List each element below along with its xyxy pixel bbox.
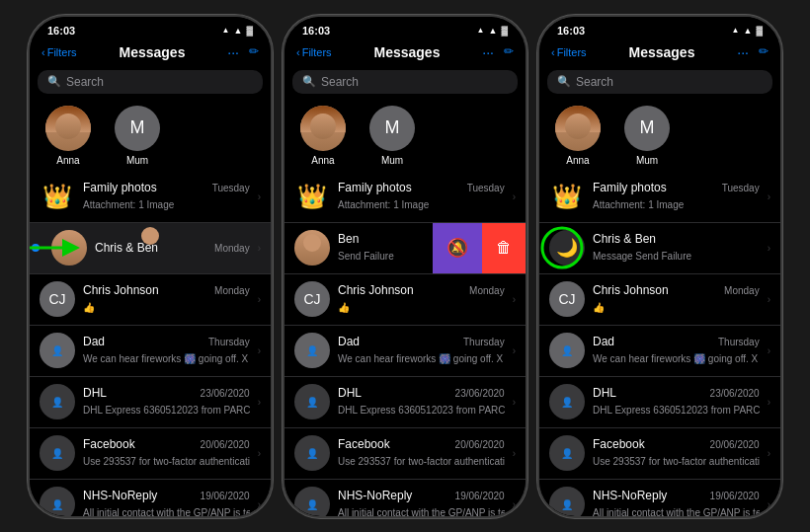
signal-icon-2: ▲	[477, 26, 485, 35]
message-list-2: 👑 Family photos Tuesday Attachment: 1 Im…	[284, 172, 526, 516]
nav-title-1: Messages	[120, 44, 186, 60]
phone-2: 16:03 ▲ ▲ ▓ ‹Filters Messages ··· ✏ 🔍	[283, 15, 527, 518]
time-2: 16:03	[302, 25, 330, 37]
msg-family-photos-3[interactable]: 👑 Family photos Tuesday Attachment: 1 Im…	[539, 172, 780, 223]
back-button-3[interactable]: ‹Filters	[551, 46, 587, 58]
search-bar-2[interactable]: 🔍 Search	[292, 70, 518, 94]
msg-dhl-3[interactable]: 👤 DHL 23/06/2020 DHL Express 6360512023 …	[539, 377, 780, 428]
msg-chris-johnson-2[interactable]: CJ Chris Johnson Monday 👍 ›	[284, 274, 526, 326]
more-icon-2[interactable]: ···	[482, 44, 494, 60]
anna-avatar-3	[555, 106, 601, 151]
msg-dad-2[interactable]: 👤 Dad Thursday We can hear fireworks 🎆 g…	[284, 326, 526, 377]
msg-avatar-fb-3: 👤	[549, 435, 585, 471]
compose-icon-1[interactable]: ✏	[249, 44, 259, 60]
msg-dad-3[interactable]: 👤 Dad Thursday We can hear fireworks 🎆 g…	[539, 326, 780, 377]
pinned-mum-1[interactable]: M Mum	[115, 106, 160, 166]
mum-avatar-3: M	[624, 106, 670, 151]
msg-facebook-1[interactable]: 👤 Facebook 20/06/2020 Use 293537 for two…	[30, 428, 271, 480]
time-1: 16:03	[47, 25, 75, 37]
pinned-mum-3[interactable]: M Mum	[624, 106, 670, 166]
delete-button-2[interactable]: 🗑	[482, 223, 526, 273]
green-arrow-annotation	[30, 236, 81, 260]
chevron-1a: ›	[258, 191, 261, 202]
msg-family-photos-1[interactable]: 👑 Family photos Tuesday Attachment: 1 Im…	[30, 172, 271, 223]
battery-icon-3: ▓	[756, 26, 763, 36]
msg-avatar-nhs-1: 👤	[40, 487, 75, 516]
nav-title-3: Messages	[629, 44, 695, 60]
delete-icon-2: 🗑	[496, 239, 512, 257]
msg-avatar-dhl-2: 👤	[294, 384, 330, 419]
mute-button-2[interactable]: 🔕	[433, 223, 482, 273]
back-button-1[interactable]: ‹Filters	[41, 46, 77, 58]
chevron-3b: ›	[768, 243, 770, 254]
mum-avatar-2: M	[369, 106, 415, 151]
status-bar-2: 16:03 ▲ ▲ ▓	[284, 17, 526, 40]
status-bar-1: 16:03 ▲ ▲ ▓	[30, 17, 271, 40]
nav-title-2: Messages	[374, 44, 441, 60]
msg-avatar-family-3: 👑	[549, 179, 585, 214]
back-button-2[interactable]: ‹Filters	[296, 46, 332, 58]
msg-dad-1[interactable]: 👤 Dad Thursday We can hear fireworks 🎆 g…	[30, 326, 271, 377]
msg-chris-johnson-1[interactable]: CJ Chris Johnson Monday 👍 ›	[30, 274, 271, 326]
msg-chris-ben-1[interactable]: Chris & Ben Monday ›	[30, 223, 271, 274]
search-bar-3[interactable]: 🔍 Search	[547, 70, 772, 94]
msg-avatar-nhs-3: 👤	[549, 487, 585, 516]
battery-icon-1: ▓	[246, 26, 253, 36]
message-list-3: 👑 Family photos Tuesday Attachment: 1 Im…	[539, 172, 780, 516]
chevron-2a: ›	[513, 191, 516, 202]
pinned-anna-2[interactable]: Anna	[300, 106, 346, 166]
pinned-mum-2[interactable]: M Mum	[369, 106, 415, 166]
anna-name-2: Anna	[311, 155, 334, 166]
mum-avatar-1: M	[115, 106, 160, 151]
msg-nhs-2[interactable]: 👤 NHS-NoReply 19/06/2020 All initial con…	[284, 480, 526, 516]
msg-avatar-cj-1: CJ	[40, 281, 75, 317]
msg-avatar-nhs-2: 👤	[294, 487, 330, 516]
msg-family-photos-2[interactable]: 👑 Family photos Tuesday Attachment: 1 Im…	[284, 172, 526, 223]
msg-chris-ben-3[interactable]: 🌙 Chris & Ben Message Send Failure ›	[539, 223, 780, 274]
msg-avatar-moon-3: 🌙	[549, 230, 585, 266]
msg-avatar-dhl-1: 👤	[40, 384, 75, 419]
compose-icon-2[interactable]: ✏	[504, 44, 514, 60]
wifi-icon-1: ▲	[234, 26, 243, 36]
msg-avatar-cj-2: CJ	[294, 281, 330, 317]
msg-avatar-cj-3: CJ	[549, 281, 585, 317]
mum-name-2: Mum	[381, 155, 403, 166]
msg-facebook-3[interactable]: 👤 Facebook 20/06/2020 Use 293537 for two…	[539, 428, 780, 480]
msg-nhs-3[interactable]: 👤 NHS-NoReply 19/06/2020 All initial con…	[539, 480, 780, 516]
pinned-row-2: Anna M Mum	[284, 98, 526, 172]
msg-chris-johnson-3[interactable]: CJ Chris Johnson Monday 👍 ›	[539, 274, 780, 326]
msg-avatar-dad-1: 👤	[40, 333, 75, 368]
search-placeholder-3: Search	[576, 75, 613, 89]
anna-name-1: Anna	[56, 155, 79, 166]
nav-bar-1: ‹Filters Messages ··· ✏	[30, 40, 271, 66]
chevron-1b: ›	[258, 243, 261, 254]
msg-dhl-1[interactable]: 👤 DHL 23/06/2020 DHL Express 6360512023 …	[30, 377, 271, 428]
msg-facebook-2[interactable]: 👤 Facebook 20/06/2020 Use 293537 for two…	[284, 428, 526, 480]
mum-name-3: Mum	[636, 155, 658, 166]
msg-avatar-dad-3: 👤	[549, 333, 585, 368]
swipe-actions-2: 🔕 🗑	[433, 223, 526, 273]
search-bar-1[interactable]: 🔍 Search	[38, 70, 263, 94]
search-placeholder-1: Search	[66, 75, 104, 89]
message-list-1: 👑 Family photos Tuesday Attachment: 1 Im…	[30, 172, 271, 516]
msg-ben-2[interactable]: Ben Monday Send Failure › 🔕 🗑	[284, 223, 526, 274]
signal-icon-1: ▲	[222, 26, 230, 35]
search-placeholder-2: Search	[321, 75, 359, 89]
msg-dhl-2[interactable]: 👤 DHL 23/06/2020 DHL Express 6360512023 …	[284, 377, 526, 428]
msg-avatar-dad-2: 👤	[294, 333, 330, 368]
more-icon-3[interactable]: ···	[737, 44, 749, 60]
nav-bar-2: ‹Filters Messages ··· ✏	[284, 40, 526, 66]
phones-container: 16:03 ▲ ▲ ▓ ‹Filters Messages ··· ✏ 🔍	[18, 5, 792, 528]
msg-avatar-family-2: 👑	[294, 179, 330, 214]
pinned-anna-1[interactable]: Anna	[45, 106, 91, 166]
compose-icon-3[interactable]: ✏	[759, 44, 769, 60]
wifi-icon-3: ▲	[744, 26, 753, 36]
wifi-icon-2: ▲	[489, 26, 498, 36]
pinned-anna-3[interactable]: Anna	[555, 106, 601, 166]
msg-nhs-1[interactable]: 👤 NHS-NoReply 19/06/2020 All initial con…	[30, 480, 271, 516]
time-3: 16:03	[557, 25, 585, 37]
mum-name-1: Mum	[126, 155, 148, 166]
more-icon-1[interactable]: ···	[227, 44, 239, 60]
anna-avatar-1	[45, 106, 91, 151]
pinned-row-3: Anna M Mum	[539, 98, 780, 172]
